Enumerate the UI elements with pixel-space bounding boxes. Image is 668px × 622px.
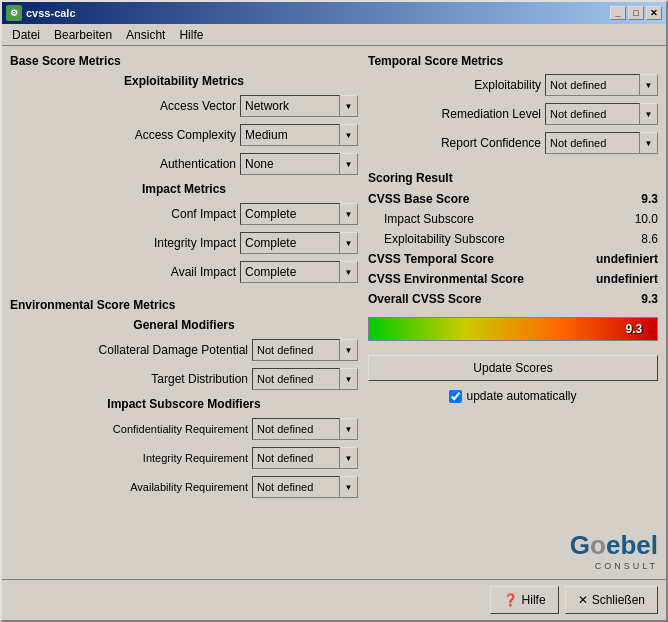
conf-requirement-label: Confidentiality Requirement [113, 423, 248, 435]
close-button[interactable]: ✕ [646, 6, 662, 20]
menu-bearbeiten[interactable]: Bearbeiten [48, 26, 118, 44]
maximize-button[interactable]: □ [628, 6, 644, 20]
conf-requirement-dropdown-btn[interactable]: ▼ [340, 418, 358, 440]
collateral-damage-dropdown-btn[interactable]: ▼ [340, 339, 358, 361]
help-icon: ❓ [503, 593, 518, 607]
access-vector-dropdown-btn[interactable]: ▼ [340, 95, 358, 117]
menu-bar: Datei Bearbeiten Ansicht Hilfe [2, 24, 666, 46]
availability-requirement-row: Availability Requirement ▼ [10, 476, 358, 498]
target-distribution-select[interactable]: ▼ [252, 368, 358, 390]
access-vector-select[interactable]: ▼ [240, 95, 358, 117]
exploitability-temporal-select[interactable]: ▼ [545, 74, 658, 96]
target-distribution-input[interactable] [252, 368, 340, 390]
integrity-requirement-select[interactable]: ▼ [252, 447, 358, 469]
authentication-dropdown-btn[interactable]: ▼ [340, 153, 358, 175]
integrity-requirement-row: Integrity Requirement ▼ [10, 447, 358, 469]
access-vector-input[interactable] [240, 95, 340, 117]
remediation-level-input[interactable] [545, 103, 640, 125]
availability-requirement-input[interactable] [252, 476, 340, 498]
integrity-impact-select[interactable]: ▼ [240, 232, 358, 254]
conf-requirement-row: Confidentiality Requirement ▼ [10, 418, 358, 440]
title-buttons: _ □ ✕ [610, 6, 662, 20]
impact-subscore-label: Impact Subscore [384, 212, 474, 226]
exploitability-temporal-input[interactable] [545, 74, 640, 96]
conf-impact-dropdown-btn[interactable]: ▼ [340, 203, 358, 225]
collateral-damage-input[interactable] [252, 339, 340, 361]
conf-requirement-input[interactable] [252, 418, 340, 440]
avail-impact-row: Avail Impact ▼ [10, 261, 358, 283]
cvss-environmental-value: undefiniert [596, 272, 658, 286]
remediation-level-label: Remediation Level [442, 107, 541, 121]
access-complexity-dropdown-btn[interactable]: ▼ [340, 124, 358, 146]
avail-impact-label: Avail Impact [171, 265, 236, 279]
exploitability-subscore-row: Exploitability Subscore 8.6 [368, 231, 658, 247]
menu-hilfe[interactable]: Hilfe [173, 26, 209, 44]
cvss-environmental-row: CVSS Environmental Score undefiniert [368, 271, 658, 287]
integrity-impact-label: Integrity Impact [154, 236, 236, 250]
score-indicator: 9.3 [614, 318, 654, 340]
avail-impact-input[interactable] [240, 261, 340, 283]
logo-area: Goebel CONSULT [368, 522, 658, 571]
update-scores-button[interactable]: Update Scores [368, 355, 658, 381]
authentication-row: Authentication ▼ [10, 153, 358, 175]
auto-update-checkbox[interactable] [449, 390, 462, 403]
auto-update-row: update automatically [368, 389, 658, 403]
remediation-level-dropdown-btn[interactable]: ▼ [640, 103, 658, 125]
access-vector-row: Access Vector ▼ [10, 95, 358, 117]
collateral-damage-label: Collateral Damage Potential [99, 343, 248, 357]
menu-datei[interactable]: Datei [6, 26, 46, 44]
collateral-damage-select[interactable]: ▼ [252, 339, 358, 361]
cvss-base-score-row: CVSS Base Score 9.3 [368, 191, 658, 207]
conf-impact-input[interactable] [240, 203, 340, 225]
availability-requirement-dropdown-btn[interactable]: ▼ [340, 476, 358, 498]
exploitability-subscore-label: Exploitability Subscore [384, 232, 505, 246]
close-icon: ✕ [578, 593, 588, 607]
report-confidence-dropdown-btn[interactable]: ▼ [640, 132, 658, 154]
score-bar: 9.3 [368, 317, 658, 341]
integrity-impact-input[interactable] [240, 232, 340, 254]
integrity-impact-row: Integrity Impact ▼ [10, 232, 358, 254]
title-bar-left: ⚙ cvss-calc [6, 5, 76, 21]
integrity-impact-dropdown-btn[interactable]: ▼ [340, 232, 358, 254]
cvss-base-score-value: 9.3 [641, 192, 658, 206]
authentication-input[interactable] [240, 153, 340, 175]
help-button[interactable]: ❓ Hilfe [490, 586, 559, 614]
target-distribution-dropdown-btn[interactable]: ▼ [340, 368, 358, 390]
environmental-title: Environmental Score Metrics [10, 298, 358, 312]
impact-subscore-value: 10.0 [635, 212, 658, 226]
availability-requirement-label: Availability Requirement [130, 481, 248, 493]
access-complexity-label: Access Complexity [135, 128, 236, 142]
avail-impact-dropdown-btn[interactable]: ▼ [340, 261, 358, 283]
availability-requirement-select[interactable]: ▼ [252, 476, 358, 498]
cvss-temporal-row: CVSS Temporal Score undefiniert [368, 251, 658, 267]
access-complexity-select[interactable]: ▼ [240, 124, 358, 146]
conf-impact-select[interactable]: ▼ [240, 203, 358, 225]
avail-impact-select[interactable]: ▼ [240, 261, 358, 283]
report-confidence-input[interactable] [545, 132, 640, 154]
close-window-button[interactable]: ✕ Schließen [565, 586, 658, 614]
target-distribution-row: Target Distribution ▼ [10, 368, 358, 390]
access-complexity-input[interactable] [240, 124, 340, 146]
integrity-requirement-input[interactable] [252, 447, 340, 469]
conf-impact-label: Conf Impact [171, 207, 236, 221]
impact-metrics-title: Impact Metrics [10, 182, 358, 196]
exploitability-subscore-value: 8.6 [641, 232, 658, 246]
app-icon: ⚙ [6, 5, 22, 21]
impact-subscore-title: Impact Subscore Modifiers [10, 397, 358, 411]
base-score-title: Base Score Metrics [10, 54, 358, 68]
access-vector-label: Access Vector [160, 99, 236, 113]
exploitability-temporal-dropdown-btn[interactable]: ▼ [640, 74, 658, 96]
authentication-select[interactable]: ▼ [240, 153, 358, 175]
report-confidence-select[interactable]: ▼ [545, 132, 658, 154]
integrity-requirement-dropdown-btn[interactable]: ▼ [340, 447, 358, 469]
left-panel: Base Score Metrics Exploitability Metric… [10, 54, 358, 571]
conf-requirement-select[interactable]: ▼ [252, 418, 358, 440]
close-button-label: Schließen [592, 593, 645, 607]
cvss-base-score-label: CVSS Base Score [368, 192, 469, 206]
minimize-button[interactable]: _ [610, 6, 626, 20]
target-distribution-label: Target Distribution [151, 372, 248, 386]
remediation-level-select[interactable]: ▼ [545, 103, 658, 125]
logo-oe: o [590, 530, 606, 560]
report-confidence-row: Report Confidence ▼ [368, 132, 658, 154]
menu-ansicht[interactable]: Ansicht [120, 26, 171, 44]
